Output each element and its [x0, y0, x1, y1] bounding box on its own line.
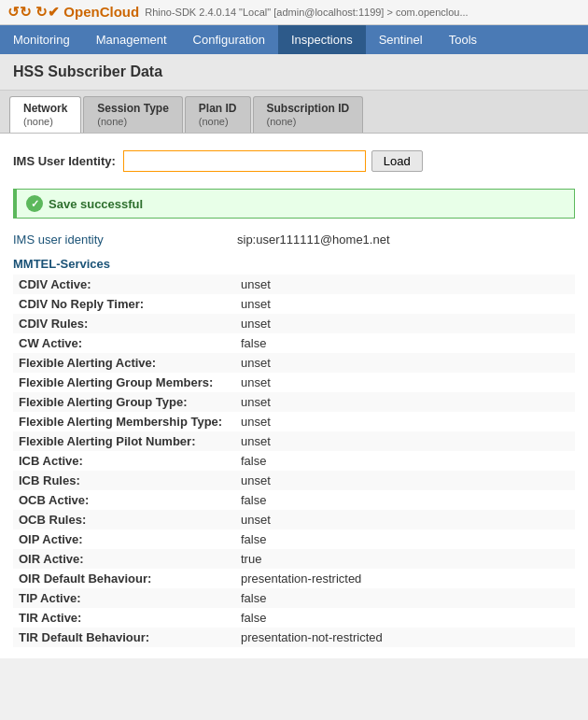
breadcrumb-tab-plan-sub: (none) [199, 116, 229, 127]
main-content: IMS User Identity: Load ✓ Save successfu… [0, 134, 588, 658]
table-row: TIR Active: false [13, 608, 575, 628]
logo: ↺↻ ↻✔ OpenCloud [7, 4, 139, 21]
table-row: Flexible Alerting Active: unset [13, 353, 575, 373]
nav-sentinel[interactable]: Sentinel [366, 25, 436, 54]
field-label: TIR Active: [13, 608, 237, 628]
breadcrumb-tab-network-title: Network [23, 102, 67, 115]
logo-open-text: Open [63, 4, 99, 20]
table-row: ICB Active: false [13, 451, 575, 471]
field-label: OCB Active: [13, 490, 237, 510]
field-label: CDIV Active: [13, 275, 237, 294]
field-label: TIR Default Behaviour: [13, 628, 237, 647]
logo-cloud-text: Cloud [100, 4, 140, 20]
table-row: CDIV No Reply Timer: unset [13, 294, 575, 314]
nav-bar: Monitoring Management Configuration Insp… [0, 25, 588, 54]
field-label: OIR Active: [13, 549, 237, 569]
field-label: OIR Default Behaviour: [13, 569, 237, 588]
table-row: Flexible Alerting Membership Type: unset [13, 412, 575, 431]
load-button[interactable]: Load [371, 150, 423, 172]
breadcrumb-tab-network-sub: (none) [23, 116, 53, 127]
table-row: ICB Rules: unset [13, 471, 575, 490]
table-row: Flexible Alerting Group Type: unset [13, 392, 575, 412]
field-value: unset [237, 392, 575, 412]
field-value: false [237, 451, 575, 471]
nav-monitoring[interactable]: Monitoring [0, 25, 83, 54]
field-label: ICB Active: [13, 451, 237, 471]
field-label: CDIV No Reply Timer: [13, 294, 237, 314]
nav-management[interactable]: Management [83, 25, 180, 54]
field-label: Flexible Alerting Group Members: [13, 373, 237, 392]
success-icon: ✓ [26, 195, 43, 212]
field-value: false [237, 588, 575, 608]
field-value: false [237, 608, 575, 628]
field-label: CDIV Rules: [13, 314, 237, 333]
ims-identity-label: IMS user identity [13, 233, 237, 247]
field-label: Flexible Alerting Active: [13, 353, 237, 373]
nav-inspections[interactable]: Inspections [278, 25, 366, 54]
mmtel-section-header: MMTEL-Services [13, 257, 575, 271]
field-value: presentation-restricted [237, 569, 575, 588]
page-title: HSS Subscriber Data [0, 54, 588, 91]
identity-row: IMS User Identity: Load [13, 145, 575, 177]
breadcrumb-tab-plan-id[interactable]: Plan ID (none) [185, 96, 251, 133]
mmtel-table: CDIV Active: unset CDIV No Reply Timer: … [13, 275, 575, 647]
field-value: false [237, 529, 575, 549]
table-row: TIR Default Behaviour: presentation-not-… [13, 628, 575, 647]
field-label: CW Active: [13, 333, 237, 353]
table-row: TIP Active: false [13, 588, 575, 608]
field-value: unset [237, 412, 575, 431]
field-label: OCB Rules: [13, 510, 237, 529]
top-bar: ↺↻ ↻✔ OpenCloud Rhino-SDK 2.4.0.14 "Loca… [0, 0, 588, 25]
success-banner: ✓ Save successful [13, 189, 575, 219]
breadcrumb-tab-session-title: Session Type [97, 102, 168, 115]
ims-identity-value: sip:user111111@home1.net [237, 233, 390, 247]
table-row: OIR Default Behaviour: presentation-rest… [13, 569, 575, 588]
table-row: OCB Rules: unset [13, 510, 575, 529]
table-row: CDIV Rules: unset [13, 314, 575, 333]
logo-open: ↺↻ ↻✔ [7, 4, 60, 20]
field-label: ICB Rules: [13, 471, 237, 490]
field-value: unset [237, 353, 575, 373]
ims-identity-row: IMS user identity sip:user111111@home1.n… [13, 230, 575, 249]
field-value: false [237, 490, 575, 510]
field-label: TIP Active: [13, 588, 237, 608]
field-value: unset [237, 431, 575, 451]
breadcrumb-tab-subscription-id[interactable]: Subscription ID (none) [253, 96, 364, 133]
success-message: Save successful [49, 197, 143, 211]
field-value: unset [237, 294, 575, 314]
identity-label: IMS User Identity: [13, 154, 116, 168]
table-row: OIR Active: true [13, 549, 575, 569]
field-value: unset [237, 275, 575, 294]
table-row: CW Active: false [13, 333, 575, 353]
breadcrumb-tab-subscription-title: Subscription ID [267, 102, 350, 115]
field-value: false [237, 333, 575, 353]
table-row: OCB Active: false [13, 490, 575, 510]
breadcrumb-tabs: Network (none) Session Type (none) Plan … [0, 91, 588, 134]
nav-tools[interactable]: Tools [436, 25, 490, 54]
breadcrumb-tab-session-type[interactable]: Session Type (none) [83, 96, 182, 133]
table-row: Flexible Alerting Pilot Number: unset [13, 431, 575, 451]
field-value: unset [237, 510, 575, 529]
field-label: Flexible Alerting Pilot Number: [13, 431, 237, 451]
table-row: Flexible Alerting Group Members: unset [13, 373, 575, 392]
breadcrumb-tab-plan-title: Plan ID [199, 102, 237, 115]
table-row: CDIV Active: unset [13, 275, 575, 294]
field-label: OIP Active: [13, 529, 237, 549]
field-value: presentation-not-restricted [237, 628, 575, 647]
breadcrumb-tab-subscription-sub: (none) [267, 116, 297, 127]
field-value: unset [237, 314, 575, 333]
field-value: unset [237, 471, 575, 490]
nav-configuration[interactable]: Configuration [180, 25, 278, 54]
field-label: Flexible Alerting Group Type: [13, 392, 237, 412]
table-row: OIP Active: false [13, 529, 575, 549]
field-value: true [237, 549, 575, 569]
data-section: IMS user identity sip:user111111@home1.n… [13, 230, 575, 647]
field-label: Flexible Alerting Membership Type: [13, 412, 237, 431]
field-value: unset [237, 373, 575, 392]
breadcrumb-tab-network[interactable]: Network (none) [9, 96, 81, 133]
server-info: Rhino-SDK 2.4.0.14 "Local" [admin@localh… [145, 7, 468, 18]
breadcrumb-tab-session-sub: (none) [97, 116, 127, 127]
identity-input[interactable] [123, 150, 366, 172]
